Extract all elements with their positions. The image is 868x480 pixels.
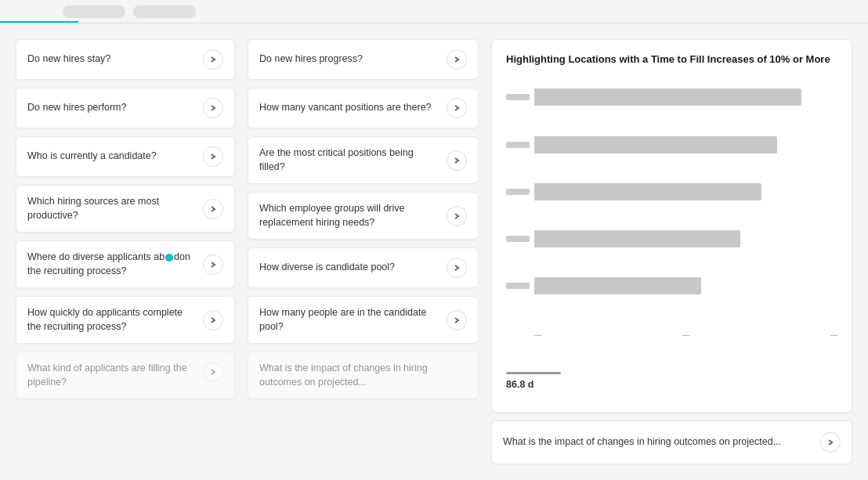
arrow-btn-mc2[interactable] xyxy=(447,98,467,118)
question-card-lc5[interactable]: Where do diverse applicants abdon the re… xyxy=(16,240,235,288)
question-card-mc7[interactable]: What is the impact of changes in hiring … xyxy=(248,352,479,399)
bar-label-5 xyxy=(506,283,530,289)
bar-track-5 xyxy=(534,277,837,294)
arrow-btn-mc1[interactable] xyxy=(447,49,467,70)
question-text-mc4: Which employee groups will drive replace… xyxy=(259,202,447,229)
arrow-btn-lc7[interactable] xyxy=(203,362,223,382)
axis-tick-1: — xyxy=(534,331,541,339)
bar-row-3 xyxy=(506,183,837,200)
action-card[interactable]: What is the impact of changes in hiring … xyxy=(491,420,852,464)
chart-area: — — — 86.8 d xyxy=(506,76,837,402)
bar-label-4 xyxy=(506,236,530,242)
question-text-mc6: How many people are in the candidate poo… xyxy=(259,306,447,334)
arrow-btn-lc6[interactable] xyxy=(203,310,223,330)
question-card-lc3[interactable]: Who is currently a candidate? xyxy=(16,136,235,177)
bar-row-4 xyxy=(506,230,837,247)
bar-track-3 xyxy=(534,183,837,200)
bar-row-5 xyxy=(506,277,837,294)
bar-row-1 xyxy=(506,88,837,106)
question-text-mc5: How diverse is candidate pool? xyxy=(259,261,447,275)
bar-fill-4 xyxy=(534,230,740,247)
top-bar xyxy=(0,0,868,23)
question-card-lc4[interactable]: Which hiring sources are most productive… xyxy=(16,185,235,233)
bar-track-4 xyxy=(534,230,837,247)
question-text-lc6: How quickly do applicants complete the r… xyxy=(27,306,203,334)
chart-bottom-line xyxy=(506,372,561,374)
arrow-btn-mc4[interactable] xyxy=(447,206,467,226)
bar-row-2 xyxy=(506,136,837,153)
question-card-mc6[interactable]: How many people are in the candidate poo… xyxy=(248,296,479,344)
question-text-lc2: Do new hires perform? xyxy=(27,101,203,115)
arrow-btn-mc5[interactable] xyxy=(447,258,467,278)
arrow-btn-lc4[interactable] xyxy=(203,199,223,219)
question-card-lc6[interactable]: How quickly do applicants complete the r… xyxy=(16,296,235,344)
bar-track-1 xyxy=(534,88,837,106)
question-card-mc5[interactable]: How diverse is candidate pool? xyxy=(248,247,479,288)
bar-fill-3 xyxy=(534,183,761,200)
bar-fill-1 xyxy=(534,88,801,106)
question-text-lc4: Which hiring sources are most productive… xyxy=(27,195,203,222)
action-card-text: What is the impact of changes in hiring … xyxy=(503,435,820,449)
bar-track-2 xyxy=(534,136,837,153)
top-bar-pill-1 xyxy=(63,5,125,18)
arrow-btn-lc2[interactable] xyxy=(203,98,223,118)
right-column: Highlighting Locations with a Time to Fi… xyxy=(491,39,852,464)
left-column: Do new hires stay? Do new hires perform?… xyxy=(16,39,235,464)
arrow-btn-mc3[interactable] xyxy=(447,150,467,171)
question-card-lc1[interactable]: Do new hires stay? xyxy=(16,39,235,80)
question-card-mc4[interactable]: Which employee groups will drive replace… xyxy=(248,192,479,240)
axis-tick-3: — xyxy=(830,331,837,339)
question-text-lc3: Who is currently a candidate? xyxy=(27,150,203,164)
page-container: Do new hires stay? Do new hires perform?… xyxy=(0,0,868,480)
question-text-mc2: How many vancant positions are there? xyxy=(259,101,447,115)
question-card-mc3[interactable]: Are the most critical positions being fi… xyxy=(248,136,479,184)
arrow-btn-lc5[interactable] xyxy=(203,254,223,275)
chart-card: Highlighting Locations with a Time to Fi… xyxy=(491,39,852,413)
top-bar-pill-2 xyxy=(133,5,196,18)
mid-column: Do new hires progress? How many vancant … xyxy=(248,39,479,464)
question-text-mc3: Are the most critical positions being fi… xyxy=(259,146,447,174)
bar-fill-2 xyxy=(534,136,777,153)
question-text-lc1: Do new hires stay? xyxy=(27,52,203,67)
question-text-lc5: Where do diverse applicants abdon the re… xyxy=(27,251,203,278)
bar-label-2 xyxy=(506,142,530,148)
question-card-lc2[interactable]: Do new hires perform? xyxy=(16,88,235,128)
arrow-btn-mc6[interactable] xyxy=(447,310,467,330)
question-card-mc2[interactable]: How many vancant positions are there? xyxy=(248,88,479,128)
question-card-lc7[interactable]: What kind of applicants are filling the … xyxy=(16,352,235,399)
content-area: Do new hires stay? Do new hires perform?… xyxy=(0,23,868,480)
question-text-mc1: Do new hires progress? xyxy=(259,52,447,67)
arrow-btn-lc1[interactable] xyxy=(203,49,223,70)
question-text-lc7: What kind of applicants are filling the … xyxy=(27,362,203,389)
chart-bottom-value: 86.8 d xyxy=(506,379,837,390)
axis-tick-2: — xyxy=(682,331,689,339)
teal-dot xyxy=(165,254,173,262)
question-text-mc7: What is the impact of changes in hiring … xyxy=(259,362,467,389)
top-bar-accent-line xyxy=(0,21,78,23)
arrow-btn-action[interactable] xyxy=(820,432,841,453)
bar-fill-5 xyxy=(534,277,701,294)
arrow-btn-lc3[interactable] xyxy=(203,146,223,167)
question-card-mc1[interactable]: Do new hires progress? xyxy=(248,39,479,80)
bar-label-1 xyxy=(506,94,530,100)
bar-label-3 xyxy=(506,189,530,195)
chart-title: Highlighting Locations with a Time to Fi… xyxy=(506,52,837,67)
